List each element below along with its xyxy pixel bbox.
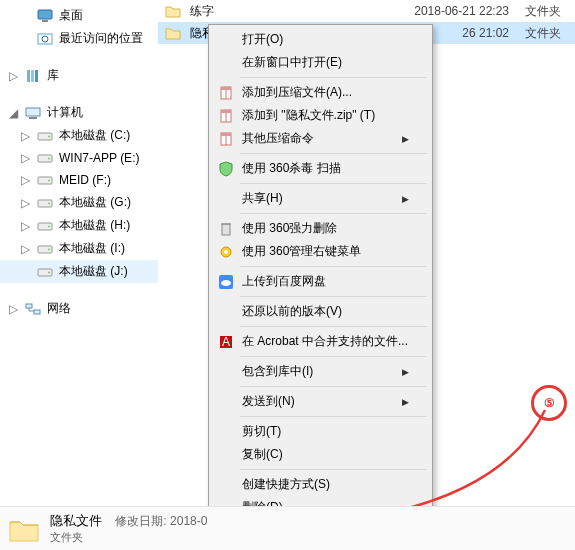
menu-item[interactable]: 发送到(N)▶ xyxy=(212,390,429,413)
drive-icon xyxy=(37,172,53,188)
status-file-name: 隐私文件 xyxy=(50,513,102,528)
expand-toggle[interactable]: ▷ xyxy=(20,243,31,254)
menu-separator xyxy=(240,183,427,184)
status-mod-label: 修改日期: xyxy=(115,514,166,528)
tree-item[interactable]: ▷网络 xyxy=(0,297,158,320)
menu-item-label: 创建快捷方式(S) xyxy=(242,476,409,493)
status-bar: 隐私文件 修改日期: 2018-0 文件夹 xyxy=(0,506,575,550)
tree-item[interactable]: ▷库 xyxy=(0,64,158,87)
menu-separator xyxy=(240,326,427,327)
menu-separator xyxy=(240,356,427,357)
tree-item[interactable]: ▷本地磁盘 (G:) xyxy=(0,191,158,214)
cloud-icon xyxy=(218,274,234,290)
svg-point-20 xyxy=(48,248,50,250)
svg-rect-0 xyxy=(38,10,52,19)
archive-add-icon xyxy=(218,85,234,101)
folder-icon xyxy=(164,24,182,42)
expand-toggle[interactable]: ▷ xyxy=(20,175,31,186)
menu-item-label: 在新窗口中打开(E) xyxy=(242,54,409,71)
tree-item-label: 计算机 xyxy=(47,104,83,121)
desktop-icon xyxy=(37,8,53,24)
expand-toggle[interactable]: ▷ xyxy=(20,153,31,164)
menu-item[interactable]: 包含到库中(I)▶ xyxy=(212,360,429,383)
svg-point-16 xyxy=(48,202,50,204)
menu-item[interactable]: 使用 360杀毒 扫描 xyxy=(212,157,429,180)
archive-zip-icon xyxy=(218,108,234,124)
tree-item[interactable]: ▷MEID (F:) xyxy=(0,169,158,191)
expand-toggle[interactable]: ◢ xyxy=(8,107,19,118)
recent-icon xyxy=(37,31,53,47)
menu-item[interactable]: A在 Acrobat 中合并支持的文件... xyxy=(212,330,429,353)
menu-item[interactable]: 使用 360管理右键菜单 xyxy=(212,240,429,263)
tree-item-label: 桌面 xyxy=(59,7,83,24)
tree-item[interactable]: ▷本地磁盘 (I:) xyxy=(0,237,158,260)
expand-toggle[interactable]: ▷ xyxy=(20,130,31,141)
menu-separator xyxy=(240,153,427,154)
menu-item-label: 剪切(T) xyxy=(242,423,409,440)
tree-item[interactable]: 最近访问的位置 xyxy=(0,27,158,50)
menu-item[interactable]: 上传到百度网盘 xyxy=(212,270,429,293)
tree-item[interactable]: ▷WIN7-APP (E:) xyxy=(0,147,158,169)
computer-icon xyxy=(25,105,41,121)
file-row[interactable]: 练字2018-06-21 22:23文件夹 xyxy=(158,0,575,22)
svg-point-22 xyxy=(48,271,50,273)
tree-item[interactable]: 本地磁盘 (J:) xyxy=(0,260,158,283)
svg-point-18 xyxy=(48,225,50,227)
menu-item[interactable]: 在新窗口中打开(E) xyxy=(212,51,429,74)
svg-rect-23 xyxy=(26,304,32,308)
status-info: 隐私文件 修改日期: 2018-0 文件夹 xyxy=(50,512,207,545)
file-type: 2018-06-21 22:23 xyxy=(387,4,517,18)
menu-item[interactable]: 使用 360强力删除 xyxy=(212,217,429,240)
drive-icon xyxy=(37,128,53,144)
menu-item-label: 共享(H) xyxy=(242,190,396,207)
svg-rect-24 xyxy=(34,310,40,314)
network-icon xyxy=(25,301,41,317)
menu-separator xyxy=(240,386,427,387)
tree-item[interactable]: ◢计算机 xyxy=(0,101,158,124)
expand-toggle[interactable]: ▷ xyxy=(8,303,19,314)
tree-item-label: 本地磁盘 (I:) xyxy=(59,240,125,257)
menu-item[interactable]: 还原以前的版本(V) xyxy=(212,300,429,323)
drive-icon xyxy=(37,241,53,257)
file-name: 练字 xyxy=(190,3,379,20)
expand-toggle[interactable] xyxy=(20,10,31,21)
menu-item-label: 还原以前的版本(V) xyxy=(242,303,409,320)
svg-rect-4 xyxy=(27,70,30,82)
folder-icon xyxy=(164,2,182,20)
menu-item-label: 复制(C) xyxy=(242,446,409,463)
expand-toggle[interactable] xyxy=(20,33,31,44)
menu-separator xyxy=(240,296,427,297)
menu-item[interactable]: 添加到压缩文件(A)... xyxy=(212,81,429,104)
archive-misc-icon xyxy=(218,131,234,147)
menu-item[interactable]: 复制(C) xyxy=(212,443,429,466)
submenu-arrow-icon: ▶ xyxy=(402,134,409,144)
menu-item[interactable]: 添加到 "隐私文件.zip" (T) xyxy=(212,104,429,127)
expand-toggle[interactable]: ▷ xyxy=(20,197,31,208)
svg-rect-26 xyxy=(221,87,231,90)
annotation-callout-5: ⑤ xyxy=(531,385,567,421)
tree-item[interactable]: ▷本地磁盘 (C:) xyxy=(0,124,158,147)
menu-item[interactable]: 打开(O) xyxy=(212,28,429,51)
tree-item-label: 库 xyxy=(47,67,59,84)
svg-rect-31 xyxy=(222,224,230,235)
status-file-type: 文件夹 xyxy=(50,530,207,545)
submenu-arrow-icon: ▶ xyxy=(402,194,409,204)
tree-item-label: 本地磁盘 (G:) xyxy=(59,194,131,211)
context-menu: 打开(O)在新窗口中打开(E)添加到压缩文件(A)...添加到 "隐私文件.zi… xyxy=(208,24,433,550)
menu-item[interactable]: 其他压缩命令▶ xyxy=(212,127,429,150)
menu-item[interactable]: 剪切(T) xyxy=(212,420,429,443)
menu-item[interactable]: 共享(H)▶ xyxy=(212,187,429,210)
expand-toggle[interactable] xyxy=(20,266,31,277)
expand-toggle[interactable]: ▷ xyxy=(20,220,31,231)
menu-separator xyxy=(240,266,427,267)
expand-toggle[interactable]: ▷ xyxy=(8,70,19,81)
tree-item[interactable]: 桌面 xyxy=(0,4,158,27)
shield-icon xyxy=(218,161,234,177)
svg-rect-1 xyxy=(42,20,48,22)
drive-icon xyxy=(37,150,53,166)
delete-icon xyxy=(218,221,234,237)
navigation-tree: 桌面最近访问的位置▷库◢计算机▷本地磁盘 (C:)▷WIN7-APP (E:)▷… xyxy=(0,0,158,550)
tree-item-label: 本地磁盘 (H:) xyxy=(59,217,130,234)
menu-item[interactable]: 创建快捷方式(S) xyxy=(212,473,429,496)
tree-item[interactable]: ▷本地磁盘 (H:) xyxy=(0,214,158,237)
